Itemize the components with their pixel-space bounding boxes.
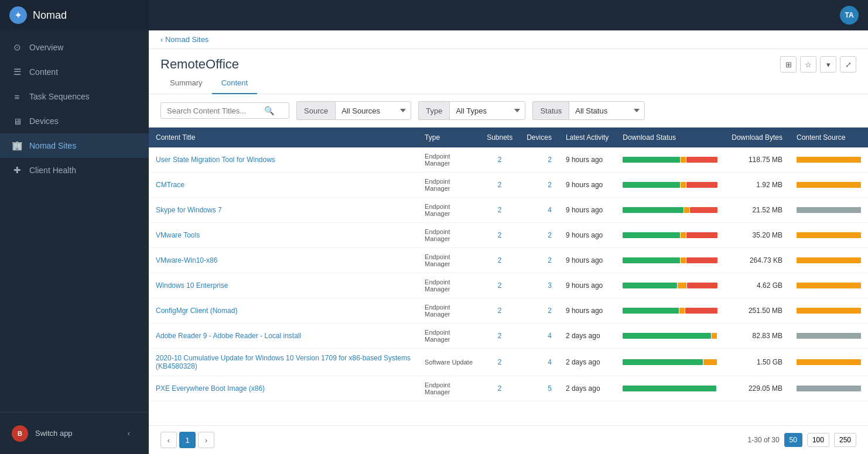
devices-link[interactable]: 4 [548,332,552,340]
devices-link[interactable]: 2 [548,231,552,239]
cell-title: VMware Tools [149,223,418,248]
prev-page-button[interactable]: ‹ [160,432,177,448]
cell-download-bytes: 229.05 MB [725,376,790,401]
source-label: Source [296,101,335,120]
cell-download-bytes: 4.62 GB [725,273,790,298]
switch-app-icon: B [12,425,28,442]
title-link[interactable]: Windows 10 Enterprise [156,281,228,290]
page-size-100[interactable]: 100 [807,433,829,447]
cell-subnets: 2 [480,248,520,273]
favorite-button[interactable]: ☆ [800,56,816,73]
source-select[interactable]: All Sources [335,101,411,120]
cell-subnets: 2 [480,173,520,198]
subnets-link[interactable]: 2 [498,231,502,239]
cell-devices: 2 [520,173,559,198]
page-size-250[interactable]: 250 [834,433,856,447]
cell-download-status [616,376,725,401]
subnets-link[interactable]: 2 [498,206,502,214]
subnets-link[interactable]: 2 [498,281,502,290]
subnets-link[interactable]: 2 [498,307,502,315]
sidebar-item-content[interactable]: ☰ Content [0,60,149,84]
title-link[interactable]: CMTrace [156,181,184,189]
switch-app-button[interactable]: B Switch app ‹ [0,412,149,454]
type-select[interactable]: All Types [449,101,525,120]
title-link[interactable]: User State Migration Tool for Windows [156,156,275,164]
cell-download-status [616,324,725,349]
source-bar [797,283,861,288]
bar-yellow [678,283,686,288]
nomad-sites-icon: 🏢 [12,140,22,151]
search-input[interactable] [167,106,261,115]
devices-link[interactable]: 4 [548,358,552,366]
dropdown-button[interactable]: ▾ [820,56,836,73]
devices-link[interactable]: 3 [548,281,552,290]
devices-link[interactable]: 4 [548,206,552,214]
sidebar-item-devices[interactable]: 🖥 Devices [0,109,149,133]
source-bar [797,257,861,263]
devices-link[interactable]: 2 [548,307,552,315]
next-page-button[interactable]: › [198,432,214,448]
status-bar-container [623,180,717,190]
title-link[interactable]: 2020-10 Cumulative Update for Windows 10… [156,354,411,370]
devices-link[interactable]: 2 [548,256,552,264]
cell-devices: 2 [520,223,559,248]
bar-yellow [712,333,717,339]
bar-red [686,157,717,163]
cell-activity: 2 days ago [559,324,616,349]
bar-green [623,386,716,391]
table-row: Skype for Windows 7Endpoint Manager249 h… [149,198,868,223]
cell-title: Skype for Windows 7 [149,198,418,223]
cell-download-status [616,248,725,273]
devices-link[interactable]: 2 [548,156,552,164]
subnets-link[interactable]: 2 [498,332,502,340]
title-link[interactable]: VMware Tools [156,231,200,239]
cell-download-status [616,198,725,223]
devices-link[interactable]: 2 [548,181,552,189]
page-size-controls: 1-30 of 30 50 100 250 [748,433,856,447]
title-link[interactable]: VMware-Win10-x86 [156,256,217,264]
title-link[interactable]: Adobe Reader 9 - Adobe Reader - Local in… [156,332,301,340]
content-icon: ☰ [12,67,22,77]
tab-summary[interactable]: Summary [160,73,212,94]
search-box: 🔍 [160,102,289,119]
sidebar-item-overview[interactable]: ⊙ Overview [0,35,149,60]
status-bar-container [623,357,717,367]
collapse-button[interactable]: ‹ [121,422,137,445]
source-bar [797,232,861,238]
sidebar-item-client-health[interactable]: ✚ Client Health [0,158,149,183]
pagination-controls: ‹ 1 › [160,432,214,448]
cell-download-status [616,223,725,248]
cell-type: Endpoint Manager [418,173,480,198]
status-select[interactable]: All Status [569,101,645,120]
page-size-50[interactable]: 50 [784,433,802,447]
toggle-button[interactable]: ⊞ [780,56,797,73]
title-link[interactable]: ConfigMgr Client (Nomad) [156,307,237,315]
cell-activity: 2 days ago [559,349,616,376]
type-filter: Type All Types [418,101,525,120]
subnets-link[interactable]: 2 [498,181,502,189]
bar-green [623,308,679,314]
subnets-link[interactable]: 2 [498,358,502,366]
subnets-link[interactable]: 2 [498,256,502,264]
cell-title: PXE Everywhere Boot Image (x86) [149,376,418,401]
user-avatar[interactable]: TA [840,6,859,25]
devices-link[interactable]: 5 [548,384,552,393]
sidebar-item-nomad-sites[interactable]: 🏢 Nomad Sites [0,133,149,158]
subnets-link[interactable]: 2 [498,384,502,393]
subnets-link[interactable]: 2 [498,156,502,164]
col-subnets: Subnets [480,128,520,147]
bar-green [623,207,684,213]
page-1-button[interactable]: 1 [179,432,196,448]
switch-app-label: Switch app [35,429,73,438]
main-content: TA Nomad Sites RemoteOffice ⊞ ☆ ▾ ⤢ Summ… [149,0,868,454]
bar-yellow [681,182,686,188]
cell-download-bytes: 251.50 MB [725,298,790,324]
sidebar-item-task-sequences[interactable]: ≡ Task Sequences [0,84,149,109]
sidebar-label-content: Content [29,67,58,77]
title-link[interactable]: PXE Everywhere Boot Image (x86) [156,384,265,393]
breadcrumb-link[interactable]: Nomad Sites [160,35,209,44]
cell-content-source [790,324,868,349]
title-link[interactable]: Skype for Windows 7 [156,206,222,214]
tab-content[interactable]: Content [212,73,258,94]
expand-button[interactable]: ⤢ [840,56,856,73]
